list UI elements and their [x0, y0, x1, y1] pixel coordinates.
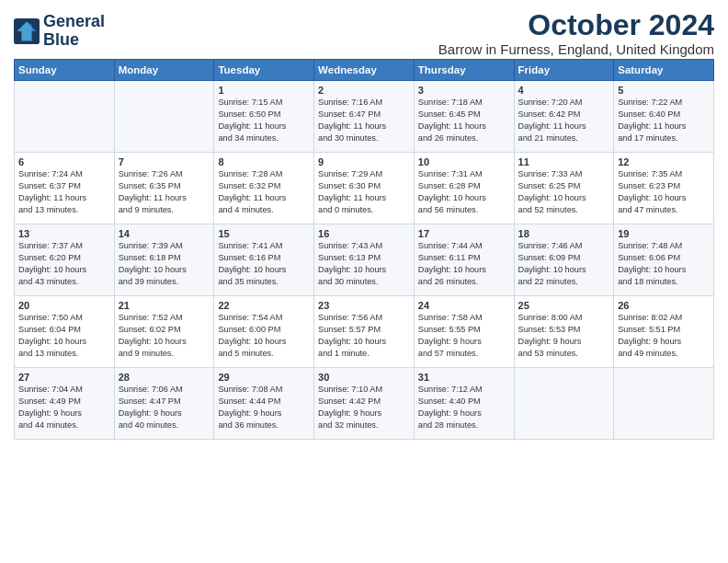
calendar-cell: 10Sunrise: 7:31 AMSunset: 6:28 PMDayligh… [414, 153, 514, 224]
day-info: Sunrise: 7:12 AMSunset: 4:40 PMDaylight:… [418, 384, 510, 431]
logo: General Blue [14, 13, 105, 50]
day-info: Sunrise: 7:28 AMSunset: 6:32 PMDaylight:… [218, 168, 310, 216]
day-info: Sunrise: 7:50 AMSunset: 6:04 PMDaylight:… [18, 312, 110, 360]
day-number: 22 [218, 300, 310, 311]
day-info: Sunrise: 7:08 AMSunset: 4:44 PMDaylight:… [218, 384, 310, 431]
calendar-cell: 1Sunrise: 7:15 AMSunset: 6:50 PMDaylight… [214, 81, 314, 153]
day-number: 7 [119, 156, 210, 167]
day-info: Sunrise: 7:20 AMSunset: 6:42 PMDaylight:… [518, 97, 610, 144]
day-number: 19 [618, 228, 710, 239]
calendar-cell: 14Sunrise: 7:39 AMSunset: 6:18 PMDayligh… [114, 224, 214, 296]
day-number: 10 [418, 156, 510, 167]
day-header: Tuesday [214, 60, 314, 81]
day-info: Sunrise: 7:41 AMSunset: 6:16 PMDaylight:… [218, 240, 310, 288]
day-number: 2 [318, 85, 410, 96]
calendar-cell: 2Sunrise: 7:16 AMSunset: 6:47 PMDaylight… [314, 81, 415, 153]
day-number: 11 [518, 156, 610, 167]
day-number: 13 [18, 228, 110, 239]
day-number: 8 [218, 156, 310, 167]
day-number: 18 [518, 228, 610, 239]
calendar-week-row: 20Sunrise: 7:50 AMSunset: 6:04 PMDayligh… [15, 296, 714, 368]
calendar-cell: 24Sunrise: 7:58 AMSunset: 5:55 PMDayligh… [414, 296, 514, 368]
calendar-cell: 25Sunrise: 8:00 AMSunset: 5:53 PMDayligh… [514, 296, 614, 368]
day-info: Sunrise: 7:10 AMSunset: 4:42 PMDaylight:… [318, 384, 410, 431]
day-info: Sunrise: 7:43 AMSunset: 6:13 PMDaylight:… [318, 240, 410, 288]
day-info: Sunrise: 8:00 AMSunset: 5:53 PMDaylight:… [518, 312, 610, 360]
day-info: Sunrise: 7:44 AMSunset: 6:11 PMDaylight:… [418, 240, 510, 288]
calendar-week-row: 13Sunrise: 7:37 AMSunset: 6:20 PMDayligh… [15, 224, 714, 296]
day-info: Sunrise: 7:35 AMSunset: 6:23 PMDaylight:… [618, 168, 710, 216]
calendar-cell: 16Sunrise: 7:43 AMSunset: 6:13 PMDayligh… [314, 224, 415, 296]
day-number: 4 [518, 85, 610, 96]
calendar-table: SundayMondayTuesdayWednesdayThursdayFrid… [14, 59, 714, 440]
calendar-cell: 11Sunrise: 7:33 AMSunset: 6:25 PMDayligh… [514, 153, 614, 224]
day-number: 16 [318, 228, 410, 239]
calendar-cell: 6Sunrise: 7:24 AMSunset: 6:37 PMDaylight… [15, 153, 115, 224]
calendar-cell: 17Sunrise: 7:44 AMSunset: 6:11 PMDayligh… [414, 224, 514, 296]
calendar-cell: 31Sunrise: 7:12 AMSunset: 4:40 PMDayligh… [414, 368, 514, 440]
header-row: SundayMondayTuesdayWednesdayThursdayFrid… [15, 60, 714, 81]
calendar-cell: 23Sunrise: 7:56 AMSunset: 5:57 PMDayligh… [314, 296, 415, 368]
logo-icon [14, 18, 40, 44]
title-block: October 2024 Barrow in Furness, England,… [438, 9, 714, 57]
calendar-cell: 21Sunrise: 7:52 AMSunset: 6:02 PMDayligh… [114, 296, 214, 368]
day-number: 30 [318, 372, 410, 383]
page-container: General Blue October 2024 Barrow in Furn… [0, 0, 728, 447]
day-header: Friday [514, 60, 614, 81]
day-header: Sunday [15, 60, 115, 81]
calendar-week-row: 1Sunrise: 7:15 AMSunset: 6:50 PMDaylight… [15, 81, 714, 153]
day-number: 1 [218, 85, 310, 96]
day-info: Sunrise: 7:39 AMSunset: 6:18 PMDaylight:… [119, 240, 210, 288]
day-info: Sunrise: 7:18 AMSunset: 6:45 PMDaylight:… [418, 97, 510, 144]
day-number: 24 [418, 300, 510, 311]
day-number: 17 [418, 228, 510, 239]
calendar-cell [114, 81, 214, 153]
calendar-header: SundayMondayTuesdayWednesdayThursdayFrid… [15, 60, 714, 81]
calendar-cell [614, 368, 714, 440]
day-header: Wednesday [314, 60, 415, 81]
calendar-cell: 5Sunrise: 7:22 AMSunset: 6:40 PMDaylight… [614, 81, 714, 153]
day-info: Sunrise: 7:29 AMSunset: 6:30 PMDaylight:… [318, 168, 410, 216]
calendar-cell: 26Sunrise: 8:02 AMSunset: 5:51 PMDayligh… [614, 296, 714, 368]
day-header: Saturday [614, 60, 714, 81]
calendar-cell: 19Sunrise: 7:48 AMSunset: 6:06 PMDayligh… [614, 224, 714, 296]
calendar-week-row: 27Sunrise: 7:04 AMSunset: 4:49 PMDayligh… [15, 368, 714, 440]
logo-text: General Blue [43, 13, 105, 50]
day-info: Sunrise: 7:06 AMSunset: 4:47 PMDaylight:… [119, 384, 210, 431]
calendar-cell: 22Sunrise: 7:54 AMSunset: 6:00 PMDayligh… [214, 296, 314, 368]
location-title: Barrow in Furness, England, United Kingd… [438, 41, 714, 57]
day-number: 6 [18, 156, 110, 167]
calendar-cell: 27Sunrise: 7:04 AMSunset: 4:49 PMDayligh… [15, 368, 115, 440]
day-info: Sunrise: 7:33 AMSunset: 6:25 PMDaylight:… [518, 168, 610, 216]
calendar-cell: 7Sunrise: 7:26 AMSunset: 6:35 PMDaylight… [114, 153, 214, 224]
day-info: Sunrise: 7:15 AMSunset: 6:50 PMDaylight:… [218, 97, 310, 144]
calendar-cell: 9Sunrise: 7:29 AMSunset: 6:30 PMDaylight… [314, 153, 415, 224]
day-header: Thursday [414, 60, 514, 81]
day-number: 3 [418, 85, 510, 96]
day-number: 12 [618, 156, 710, 167]
calendar-cell: 8Sunrise: 7:28 AMSunset: 6:32 PMDaylight… [214, 153, 314, 224]
day-number: 29 [218, 372, 310, 383]
day-number: 31 [418, 372, 510, 383]
calendar-body: 1Sunrise: 7:15 AMSunset: 6:50 PMDaylight… [15, 81, 714, 440]
calendar-cell: 15Sunrise: 7:41 AMSunset: 6:16 PMDayligh… [214, 224, 314, 296]
day-number: 14 [119, 228, 210, 239]
calendar-cell: 20Sunrise: 7:50 AMSunset: 6:04 PMDayligh… [15, 296, 115, 368]
day-number: 20 [18, 300, 110, 311]
day-info: Sunrise: 7:58 AMSunset: 5:55 PMDaylight:… [418, 312, 510, 360]
day-info: Sunrise: 7:04 AMSunset: 4:49 PMDaylight:… [18, 384, 110, 431]
calendar-week-row: 6Sunrise: 7:24 AMSunset: 6:37 PMDaylight… [15, 153, 714, 224]
calendar-cell: 12Sunrise: 7:35 AMSunset: 6:23 PMDayligh… [614, 153, 714, 224]
day-number: 5 [618, 85, 710, 96]
day-number: 25 [518, 300, 610, 311]
calendar-cell: 30Sunrise: 7:10 AMSunset: 4:42 PMDayligh… [314, 368, 415, 440]
day-number: 23 [318, 300, 410, 311]
calendar-cell: 18Sunrise: 7:46 AMSunset: 6:09 PMDayligh… [514, 224, 614, 296]
day-number: 15 [218, 228, 310, 239]
day-number: 26 [618, 300, 710, 311]
header: General Blue October 2024 Barrow in Furn… [14, 9, 714, 57]
day-info: Sunrise: 7:54 AMSunset: 6:00 PMDaylight:… [218, 312, 310, 360]
day-info: Sunrise: 7:48 AMSunset: 6:06 PMDaylight:… [618, 240, 710, 288]
day-number: 28 [119, 372, 210, 383]
calendar-cell: 29Sunrise: 7:08 AMSunset: 4:44 PMDayligh… [214, 368, 314, 440]
